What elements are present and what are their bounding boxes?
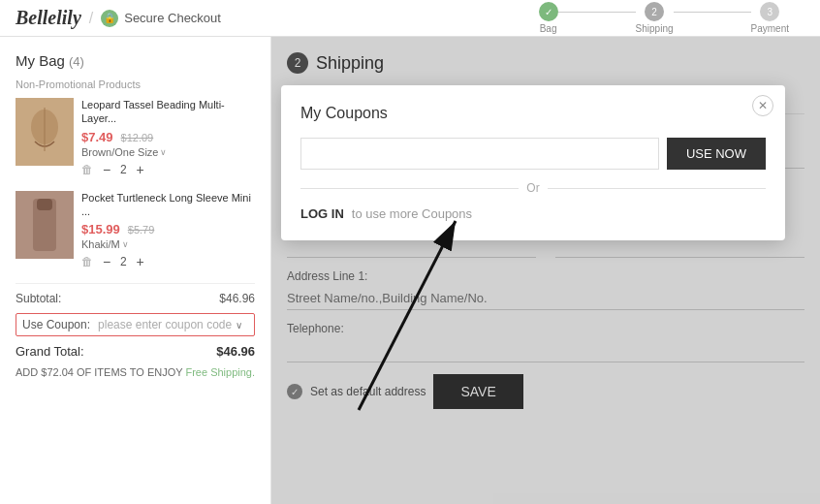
grand-total-value: $46.96 — [216, 344, 255, 359]
step-connector-2 — [674, 12, 751, 13]
free-shipping-link[interactable]: Free Shipping. — [185, 366, 255, 378]
step-bag: ✓ Bag — [539, 2, 558, 34]
use-now-button[interactable]: USE NOW — [667, 138, 766, 170]
coupon-modal-overlay: My Coupons ✕ USE NOW Or LOG IN to use mo… — [271, 37, 820, 504]
product-original-price-2: $5.79 — [128, 224, 155, 236]
product-name-2: Pocket Turtleneck Long Sleeve Mini ... — [81, 191, 255, 219]
coupon-dropdown-arrow: ∨ — [236, 320, 242, 331]
qty-increase-2[interactable]: + — [133, 254, 148, 269]
divider-1 — [16, 283, 255, 284]
use-coupon-label: Use Coupon: — [22, 318, 90, 331]
coupon-text-input[interactable] — [300, 138, 659, 170]
or-text: Or — [526, 181, 539, 195]
coupon-input-row: USE NOW — [300, 138, 766, 170]
free-shipping-note: ADD $72.04 OF ITEMS TO ENJOY Free Shippi… — [16, 366, 255, 378]
or-line-left — [300, 188, 519, 189]
product-qty-2: 🗑 − 2 + — [81, 254, 255, 269]
step-label-bag: Bag — [540, 23, 557, 34]
step-shipping: 2 Shipping — [636, 2, 674, 34]
product-variant-2: Khaki/M ∨ — [81, 238, 255, 250]
left-panel: My Bag (4) Non-Promotional Products Leop… — [0, 37, 271, 504]
header-separator: / — [89, 10, 93, 27]
product-original-price-1: $12.09 — [121, 132, 154, 143]
qty-decrease-1[interactable]: − — [99, 162, 114, 177]
step-label-shipping: Shipping — [636, 23, 674, 34]
modal-title: My Coupons — [300, 105, 766, 122]
trash-icon-1[interactable]: 🗑 — [81, 163, 93, 176]
product-name-1: Leopard Tassel Beading Multi-Layer... — [81, 98, 255, 126]
product-image-2 — [16, 191, 74, 259]
main: My Bag (4) Non-Promotional Products Leop… — [0, 37, 820, 504]
product-item-2: Pocket Turtleneck Long Sleeve Mini ... $… — [16, 191, 255, 270]
coupon-input-select[interactable]: please enter coupon code ∨ — [98, 318, 248, 331]
product-price-2: $15.99 — [81, 222, 120, 236]
step-circle-shipping: 2 — [645, 2, 664, 21]
coupon-modal: My Coupons ✕ USE NOW Or LOG IN to use mo… — [281, 85, 785, 240]
svg-rect-5 — [37, 199, 52, 210]
variant-arrow-2: ∨ — [122, 239, 129, 249]
step-payment: 3 Payment — [751, 2, 789, 34]
subtotal-value: $46.96 — [219, 292, 255, 305]
log-in-button[interactable]: LOG IN — [300, 206, 344, 221]
my-bag-title: My Bag (4) — [16, 52, 255, 69]
step-connector-1 — [558, 12, 636, 13]
qty-increase-1[interactable]: + — [133, 162, 148, 177]
bag-count: (4) — [69, 54, 84, 69]
or-divider: Or — [300, 181, 766, 195]
secure-checkout-text: Secure Checkout — [124, 11, 221, 25]
logo: Bellelily — [16, 7, 81, 29]
variant-arrow-1: ∨ — [160, 147, 167, 157]
use-coupon-row[interactable]: Use Coupon: please enter coupon code ∨ — [16, 313, 255, 336]
qty-value-2: 2 — [120, 255, 127, 268]
product-thumb-1 — [16, 98, 74, 166]
coupon-placeholder: please enter coupon code — [98, 318, 232, 331]
product-qty-1: 🗑 − 2 + — [81, 162, 255, 177]
product-image-1 — [16, 98, 74, 166]
subtotal-row: Subtotal: $46.96 — [16, 292, 255, 305]
product-item-1: Leopard Tassel Beading Multi-Layer... $7… — [16, 98, 255, 177]
trash-icon-2[interactable]: 🗑 — [81, 255, 93, 268]
product-price-1: $7.49 — [81, 130, 113, 144]
modal-footer: LOG IN to use more Coupons — [300, 206, 766, 221]
step-circle-payment: 3 — [760, 2, 779, 21]
or-line-right — [548, 188, 766, 189]
header: Bellelily / 🔒 Secure Checkout ✓ Bag 2 Sh… — [0, 0, 820, 37]
right-panel: 2 Shipping My Coupons ✕ USE NOW Or LOG I… — [271, 37, 820, 504]
step-circle-bag: ✓ — [539, 2, 558, 21]
lock-icon: 🔒 — [101, 10, 118, 27]
grand-total-row: Grand Total: $46.96 — [16, 344, 255, 359]
steps-container: ✓ Bag 2 Shipping 3 Payment — [539, 2, 804, 34]
product-details-1: Leopard Tassel Beading Multi-Layer... $7… — [81, 98, 255, 177]
modal-close-button[interactable]: ✕ — [752, 95, 773, 116]
product-details-2: Pocket Turtleneck Long Sleeve Mini ... $… — [81, 191, 255, 270]
grand-total-label: Grand Total: — [16, 344, 84, 359]
qty-value-1: 2 — [120, 163, 127, 176]
subtotal-label: Subtotal: — [16, 292, 61, 305]
product-variant-1: Brown/One Size ∨ — [81, 146, 255, 158]
step-label-payment: Payment — [751, 23, 789, 34]
product-thumb-2 — [16, 191, 74, 259]
secure-checkout-wrapper: 🔒 Secure Checkout — [101, 10, 221, 27]
non-promo-label: Non-Promotional Products — [16, 79, 255, 90]
qty-decrease-2[interactable]: − — [99, 254, 114, 269]
more-coupons-text: to use more Coupons — [352, 206, 472, 221]
